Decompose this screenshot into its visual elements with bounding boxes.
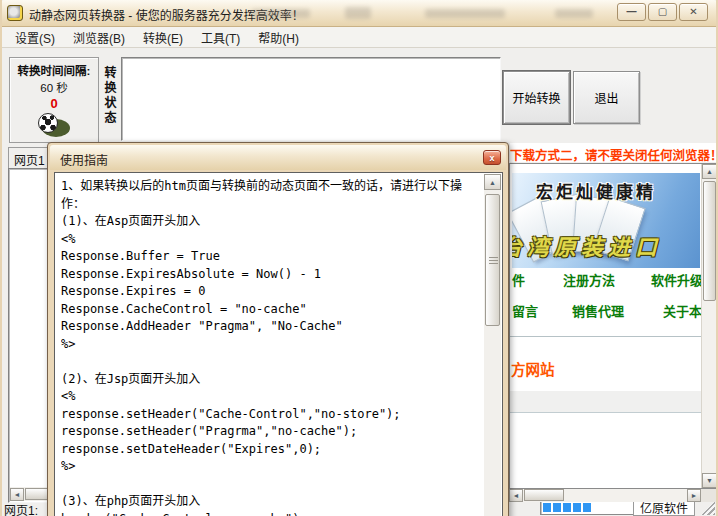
- guide-line: %>: [61, 458, 478, 476]
- titlebar[interactable]: 动静态网页转换器 - 使您的服务器充分发挥高效率！: [0, 0, 718, 27]
- scroll-up-icon[interactable]: ▲: [702, 164, 716, 179]
- link-about[interactable]: 关于本: [663, 301, 701, 320]
- guide-line: <%: [61, 388, 478, 406]
- dialog-titlebar[interactable]: 使用指南 x: [50, 145, 506, 170]
- official-site-text[interactable]: 方网站: [511, 358, 555, 379]
- guide-line: response.setDateHeader("Expires",0);: [61, 441, 478, 459]
- guide-line: Response.CacheControl = "no-cache": [61, 301, 478, 319]
- menu-browser[interactable]: 浏览器(B): [64, 27, 134, 48]
- minimize-button[interactable]: —: [617, 3, 646, 21]
- scroll-up-icon[interactable]: ▲: [484, 174, 501, 190]
- progress-block: [583, 503, 591, 512]
- titlebar-artifact: [425, 9, 505, 18]
- interval-value: 60 秒: [40, 79, 68, 95]
- titlebar-artifact: [252, 9, 310, 18]
- browser-vscrollbar[interactable]: ▲ ▼: [701, 164, 716, 488]
- window-border: [0, 0, 2, 516]
- guide-line: 1、如果转换以后的htm页面与转换前的动态页面不一致的话，请进行以下操: [61, 178, 478, 196]
- menu-help[interactable]: 帮助(H): [249, 27, 308, 48]
- progress-block: [543, 503, 551, 512]
- guide-line: (2)、在Jsp页面开头加入: [61, 371, 478, 389]
- titlebar-artifact: [345, 7, 371, 19]
- dialog-vscrollbar[interactable]: ▲: [484, 174, 501, 516]
- interval-groupbox: 转换时间间隔: 60 秒 0: [9, 57, 99, 143]
- exit-button[interactable]: 退出: [573, 71, 640, 124]
- titlebar-artifact: [555, 9, 593, 18]
- progress-block: [573, 503, 581, 512]
- guide-line: (3)、在php页面开头加入: [61, 493, 478, 511]
- guide-line: <%: [61, 231, 478, 249]
- menubar: 设置(S) 浏览器(B) 转换(E) 工具(T) 帮助(H): [2, 27, 716, 48]
- conversion-status-box: [121, 57, 501, 141]
- close-button[interactable]: ✕: [679, 3, 708, 21]
- link-software-upgrade[interactable]: 软件升级: [651, 270, 701, 289]
- download-notice: 下载方式二，请不要关闭任何浏览器！: [510, 143, 716, 162]
- banner-subline: 台湾原装进口: [512, 229, 662, 261]
- divider: [510, 336, 701, 337]
- soccer-ball-icon: [38, 113, 58, 133]
- guide-line: Response.AddHeader "Pragma", "No-Cache": [61, 318, 478, 336]
- guide-line: [61, 353, 478, 371]
- guide-line: Response.Buffer = True: [61, 248, 478, 266]
- guide-line: Response.ExpiresAbsolute = Now() - 1: [61, 266, 478, 284]
- guide-line: %>: [61, 336, 478, 354]
- banner-headline: 宏炬灿健康精: [536, 178, 656, 203]
- conversion-counter: 0: [50, 96, 57, 111]
- guide-text: 1、如果转换以后的htm页面与转换前的动态页面不一致的话，请进行以下操作：(1)…: [61, 178, 478, 516]
- guide-line: response.setHeader("Pragrma","no-cache")…: [61, 423, 478, 441]
- status-vertical-label: 转换状态: [101, 66, 118, 152]
- interval-label: 转换时间间隔:: [18, 62, 91, 78]
- app-icon: [7, 5, 23, 21]
- thumb-grip-icon: [489, 257, 498, 264]
- menu-convert[interactable]: 转换(E): [134, 27, 192, 48]
- progress-block: [553, 503, 561, 512]
- link-partial-left[interactable]: 件: [512, 270, 525, 289]
- scroll-thumb[interactable]: [703, 181, 716, 301]
- user-guide-dialog: 使用指南 x 1、如果转换以后的htm页面与转换前的动态页面不一致的话，请进行以…: [47, 142, 509, 516]
- browser-content: 宏炬灿健康精 台湾原装进口 件 注册方法 软件升级 留言 销售代理 关于本 方网…: [510, 164, 701, 488]
- guide-line: [61, 476, 478, 494]
- resize-grip-icon[interactable]: [701, 501, 715, 515]
- dialog-content: 1、如果转换以后的htm页面与转换前的动态页面不一致的话，请进行以下操作：(1)…: [54, 172, 503, 516]
- guide-line: Response.Expires = 0: [61, 283, 478, 301]
- embedded-browser[interactable]: 宏炬灿健康精 台湾原装进口 件 注册方法 软件升级 留言 销售代理 关于本 方网…: [509, 163, 716, 489]
- guide-line: (1)、在Asp页面开头加入: [61, 213, 478, 231]
- progress-bar: [540, 500, 634, 515]
- statusbar-page-label: 网页1:: [4, 501, 38, 516]
- scroll-down-icon[interactable]: ▼: [702, 473, 716, 488]
- ad-banner[interactable]: 宏炬灿健康精 台湾原装进口: [512, 173, 700, 268]
- window-controls: — ▢ ✕: [617, 3, 708, 21]
- scroll-thumb[interactable]: [485, 194, 500, 326]
- menu-tools[interactable]: 工具(T): [192, 27, 249, 48]
- guide-line: response.setHeader("Cache-Control","no-s…: [61, 406, 478, 424]
- menu-settings[interactable]: 设置(S): [6, 27, 64, 48]
- link-sales-agent[interactable]: 销售代理: [572, 301, 624, 320]
- guide-line: 作：: [61, 196, 478, 214]
- progress-block: [563, 503, 571, 512]
- scroll-left-icon[interactable]: ◄: [10, 488, 24, 501]
- link-message[interactable]: 留言: [512, 301, 538, 320]
- start-conversion-button[interactable]: 开始转换: [503, 71, 570, 124]
- scrollbar-corner: [701, 489, 716, 502]
- scroll-right-icon[interactable]: ►: [687, 489, 701, 502]
- maximize-button[interactable]: ▢: [648, 3, 677, 21]
- football-icon: [36, 113, 72, 139]
- page-band: [510, 391, 701, 413]
- scroll-thumb[interactable]: [524, 489, 564, 501]
- dialog-title: 使用指南: [60, 151, 108, 168]
- browser-hscrollbar[interactable]: ◄ ►: [509, 489, 701, 502]
- link-register-method[interactable]: 注册方法: [563, 270, 615, 289]
- scroll-left-icon[interactable]: ◄: [509, 489, 523, 502]
- guide-line: header("Cache-Control: no-cache");: [61, 511, 478, 516]
- dialog-close-button[interactable]: x: [483, 150, 501, 165]
